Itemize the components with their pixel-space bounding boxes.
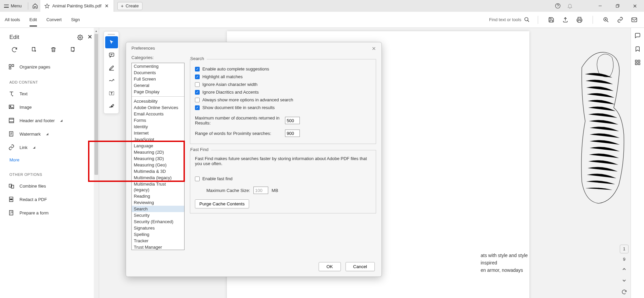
prepare-form-button[interactable]: Prepare a form	[0, 206, 99, 219]
edit-panel: Edit Organize pages ADD CONTENT Text Ima…	[0, 28, 99, 298]
drag-handle[interactable]	[105, 33, 117, 36]
sign-tool[interactable]	[105, 100, 118, 112]
rotate-button[interactable]	[9, 45, 19, 54]
scrollbar[interactable]: ▴	[94, 28, 99, 298]
cache-size-input[interactable]	[253, 187, 268, 194]
help-button[interactable]	[553, 1, 563, 11]
category-item[interactable]: Forms	[132, 117, 184, 123]
category-item[interactable]: Full Screen	[132, 76, 184, 82]
maximize-button[interactable]	[610, 0, 625, 12]
category-item[interactable]: Reading	[132, 193, 184, 199]
proximity-input[interactable]	[285, 130, 300, 137]
watermark-button[interactable]: Watermark ◢	[0, 127, 99, 141]
svg-rect-14	[9, 118, 14, 123]
category-item[interactable]: Measuring (2D)	[132, 149, 184, 155]
category-item[interactable]: JavaScript	[132, 136, 184, 143]
category-item[interactable]: Security	[132, 212, 184, 218]
ignore-diacritics-checkbox[interactable]	[195, 90, 200, 95]
panel-close-button[interactable]	[88, 35, 92, 40]
comments-button[interactable]	[635, 33, 641, 39]
always-more-checkbox[interactable]	[195, 98, 200, 102]
category-item[interactable]: Commenting	[132, 63, 184, 69]
dialog-close-button[interactable]: ✕	[372, 46, 376, 52]
header-footer-button[interactable]: Header and footer ◢	[0, 114, 99, 127]
category-item[interactable]: Signatures	[132, 225, 184, 231]
category-item[interactable]: Search	[132, 206, 184, 212]
settings-button[interactable]	[77, 35, 83, 40]
category-item[interactable]: Documents	[132, 69, 184, 76]
category-item[interactable]: Multimedia & 3D	[132, 168, 184, 175]
category-item[interactable]: Multimedia Trust (legacy)	[132, 181, 184, 193]
highlight-all-checkbox[interactable]	[195, 74, 200, 79]
tab-close-button[interactable]	[104, 3, 110, 9]
more-button[interactable]: More	[0, 154, 99, 166]
add-image-button[interactable]: Image	[0, 100, 99, 114]
purge-cache-button[interactable]: Purge Cache Contents	[195, 199, 249, 208]
selection-tool[interactable]	[105, 36, 118, 48]
category-item[interactable]: Internet	[132, 130, 184, 136]
highlight-tool[interactable]	[105, 62, 118, 74]
category-item[interactable]: Adobe Online Services	[132, 104, 184, 111]
categories-list[interactable]: CommentingDocumentsFull ScreenGeneralPag…	[131, 63, 185, 250]
ignore-asian-checkbox[interactable]	[195, 82, 200, 87]
create-button[interactable]: + Create	[117, 2, 143, 10]
category-item[interactable]: Page Display	[132, 89, 184, 95]
current-page-input[interactable]: 1	[620, 245, 629, 253]
edit-tab[interactable]: Edit	[30, 17, 37, 27]
save-button[interactable]	[546, 15, 556, 25]
category-item[interactable]: Trust Manager	[132, 244, 184, 250]
find-button[interactable]: Find text or tools	[489, 17, 530, 22]
redact-button[interactable]: Redact a PDF	[0, 193, 99, 206]
organize-icon	[8, 63, 15, 70]
prev-page-button[interactable]	[620, 265, 629, 273]
combine-files-button[interactable]: Combine files	[0, 179, 99, 193]
add-text-button[interactable]: Text	[0, 87, 99, 100]
home-button[interactable]	[30, 1, 40, 11]
thumbnails-button[interactable]	[635, 59, 641, 65]
sign-tab[interactable]: Sign	[71, 17, 80, 22]
refresh-button[interactable]	[620, 288, 629, 296]
window-close-button[interactable]	[627, 0, 643, 12]
category-item[interactable]: Spelling	[132, 231, 184, 238]
enable-fast-find-checkbox[interactable]	[195, 177, 200, 181]
upload-button[interactable]	[560, 15, 570, 25]
comment-tool[interactable]	[105, 49, 118, 61]
scroll-thumb[interactable]	[94, 34, 98, 175]
mail-button[interactable]	[629, 15, 639, 25]
category-item[interactable]: Language	[132, 143, 184, 149]
category-item[interactable]: General	[132, 82, 184, 89]
text-box-tool[interactable]	[105, 87, 118, 99]
convert-tab[interactable]: Convert	[46, 17, 62, 22]
next-page-button[interactable]	[620, 277, 629, 285]
menu-button[interactable]: Menu	[0, 0, 26, 12]
insert-button[interactable]	[68, 45, 78, 54]
category-item[interactable]: Measuring (Geo)	[132, 162, 184, 168]
link-button[interactable]	[615, 15, 625, 25]
extract-button[interactable]	[29, 45, 39, 54]
ok-button[interactable]: OK	[319, 262, 340, 271]
document-tab[interactable]: Animal Painting Skills.pdf	[40, 0, 114, 12]
category-item[interactable]: Accessibility	[132, 98, 184, 104]
minimize-button[interactable]	[592, 0, 608, 12]
draw-tool[interactable]	[105, 74, 118, 87]
bookmarks-button[interactable]	[635, 46, 641, 52]
max-docs-label: Maximum number of documents returned in …	[195, 115, 282, 126]
category-item[interactable]: Reviewing	[132, 199, 184, 206]
enable-autocomplete-checkbox[interactable]	[195, 67, 200, 71]
category-item[interactable]: Email Accounts	[132, 111, 184, 117]
delete-button[interactable]	[48, 45, 58, 54]
category-item[interactable]: Tracker	[132, 238, 184, 244]
all-tools-tab[interactable]: All tools	[5, 17, 20, 22]
max-docs-input[interactable]	[285, 117, 300, 124]
add-link-button[interactable]: Link ◢	[0, 141, 99, 154]
show-title-checkbox[interactable]	[195, 105, 200, 110]
print-button[interactable]	[574, 15, 585, 25]
notifications-button[interactable]	[565, 1, 575, 11]
category-item[interactable]: Measuring (3D)	[132, 155, 184, 162]
category-item[interactable]: Identity	[132, 123, 184, 130]
ai-button[interactable]	[601, 15, 611, 25]
category-item[interactable]: Multimedia (legacy)	[132, 175, 184, 181]
category-item[interactable]: Security (Enhanced)	[132, 218, 184, 225]
organize-pages-button[interactable]: Organize pages	[0, 60, 99, 73]
cancel-button[interactable]: Cancel	[346, 262, 375, 271]
